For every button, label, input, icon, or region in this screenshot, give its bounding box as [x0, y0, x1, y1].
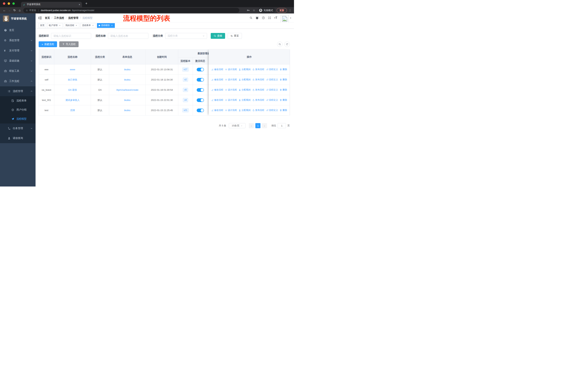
github-icon[interactable]: [254, 16, 260, 20]
form-info-link[interactable]: biubiu: [124, 68, 130, 71]
prev-page-button[interactable]: ‹: [249, 123, 254, 128]
process-name-link[interactable]: 自己审批: [68, 78, 77, 81]
home-button[interactable]: ⌂: [17, 9, 22, 12]
sidebar-collapse-icon[interactable]: [38, 16, 42, 20]
action-definition-link-link[interactable]: 流程定义: [266, 78, 278, 81]
sidebar-item[interactable]: 流程表单: [0, 96, 36, 105]
breadcrumb-item[interactable]: 流程模型: [82, 16, 93, 19]
tag-close-icon[interactable]: ×: [111, 24, 113, 27]
font-size-icon[interactable]: TT: [273, 16, 279, 20]
action-assign-user-link[interactable]: 分配规则: [239, 99, 251, 102]
reload-button[interactable]: ↻: [12, 9, 17, 12]
view-tag[interactable]: 租户管理×: [47, 23, 63, 28]
browser-tab[interactable]: 芋道管理系统 ×: [21, 2, 82, 7]
action-assign-user-link[interactable]: 分配规则: [239, 68, 251, 71]
sidebar-item[interactable]: 请假查询: [0, 133, 36, 143]
tag-close-icon[interactable]: ×: [75, 24, 78, 27]
update-button[interactable]: 更新: [277, 8, 287, 13]
action-definition-link-link[interactable]: 流程定义: [266, 68, 278, 71]
action-edit-pen-link[interactable]: 修改流程: [211, 68, 223, 71]
action-publish-hand-link[interactable]: 发布流程: [252, 88, 264, 91]
action-design-gear-link[interactable]: 设计流程: [225, 78, 237, 81]
sidebar-item[interactable]: 流程管理: [0, 86, 36, 96]
active-status-toggle[interactable]: [197, 68, 204, 71]
breadcrumb-item[interactable]: 首页: [45, 16, 50, 19]
action-assign-user-link[interactable]: 分配规则: [239, 88, 251, 91]
avatar-dropdown-icon[interactable]: ▾: [290, 17, 291, 19]
action-design-gear-link[interactable]: 设计流程: [225, 99, 237, 102]
fullscreen-icon[interactable]: [266, 16, 273, 19]
reset-button[interactable]: ↻ 重置: [228, 33, 242, 39]
sidebar-item[interactable]: 用户分组: [0, 105, 36, 114]
tab-close-icon[interactable]: ×: [79, 3, 80, 6]
process-name-input[interactable]: [108, 33, 148, 39]
new-tab-button[interactable]: +: [85, 1, 87, 6]
action-delete-trash-link[interactable]: 删除: [280, 88, 287, 91]
active-status-toggle[interactable]: [197, 109, 204, 112]
sidebar-item[interactable]: 工作流程: [0, 76, 36, 86]
create-process-button[interactable]: + 新建流程: [39, 41, 57, 47]
page-size-select[interactable]: 10条/页: [229, 123, 245, 128]
close-window-button[interactable]: [3, 2, 5, 5]
form-info-link[interactable]: biubiu: [124, 99, 130, 101]
sidebar-item[interactable]: ⚙系统管理: [0, 35, 36, 46]
bookmark-star-icon[interactable]: ☆: [253, 9, 255, 12]
zoom-window-button[interactable]: [12, 2, 15, 5]
action-definition-link-link[interactable]: 流程定义: [266, 99, 278, 102]
back-button[interactable]: ←: [2, 9, 7, 12]
view-tag[interactable]: 首页: [38, 23, 46, 28]
process-name-link[interactable]: eeee: [70, 68, 75, 71]
view-tag[interactable]: 我的流程×: [64, 23, 79, 28]
active-status-toggle[interactable]: [197, 88, 204, 92]
user-avatar[interactable]: [281, 15, 289, 23]
active-status-toggle[interactable]: [197, 78, 204, 81]
minimize-window-button[interactable]: [8, 2, 10, 5]
form-info-link[interactable]: biubiu: [124, 109, 130, 112]
goto-page-input[interactable]: [278, 123, 286, 128]
action-delete-trash-link[interactable]: 删除: [280, 99, 287, 102]
action-delete-trash-link[interactable]: 删除: [280, 68, 287, 71]
action-delete-trash-link[interactable]: 删除: [280, 78, 287, 81]
action-publish-hand-link[interactable]: 发布流程: [252, 109, 264, 112]
help-icon[interactable]: ?: [260, 16, 266, 19]
import-process-button[interactable]: 导入流程: [59, 41, 79, 47]
action-design-gear-link[interactable]: 设计流程: [225, 68, 237, 71]
action-edit-pen-link[interactable]: 修改流程: [211, 109, 223, 112]
hide-search-button[interactable]: [277, 41, 283, 47]
action-edit-pen-link[interactable]: 修改流程: [211, 99, 223, 102]
action-edit-pen-link[interactable]: 修改流程: [211, 88, 223, 91]
tag-close-icon[interactable]: ×: [59, 24, 61, 27]
action-publish-hand-link[interactable]: 发布流程: [252, 78, 264, 81]
form-info-link[interactable]: /bpm/oa/leave/create: [116, 89, 138, 91]
process-name-link[interactable]: 滔博: [70, 109, 75, 112]
action-publish-hand-link[interactable]: 发布流程: [252, 99, 264, 102]
sidebar-item[interactable]: 首页: [0, 25, 36, 35]
action-delete-trash-link[interactable]: 删除: [280, 109, 287, 112]
action-edit-pen-link[interactable]: 修改流程: [211, 78, 223, 81]
process-key-input[interactable]: [51, 33, 91, 39]
refresh-table-button[interactable]: [284, 41, 290, 47]
search-button[interactable]: 搜索: [211, 33, 225, 39]
breadcrumb-item[interactable]: 流程管理: [68, 16, 78, 19]
sidebar-item[interactable]: ¥支付管理: [0, 46, 36, 56]
action-design-gear-link[interactable]: 设计流程: [225, 109, 237, 112]
tag-close-icon[interactable]: ×: [92, 24, 94, 27]
action-assign-user-link[interactable]: 分配规则: [239, 78, 251, 81]
breadcrumb-item[interactable]: 工作流程: [54, 16, 64, 19]
page-button-1[interactable]: 1: [255, 123, 261, 128]
address-bar[interactable]: ⚠ 不安全 dashboard.yudao.iocoder.cn/bpm/man…: [23, 8, 239, 13]
active-status-toggle[interactable]: [197, 98, 204, 102]
process-category-select[interactable]: 流程分类: [165, 33, 207, 39]
header-search-icon[interactable]: [248, 16, 254, 19]
form-info-link[interactable]: biubiu: [124, 78, 130, 81]
sidebar-item[interactable]: 流程模型: [0, 114, 36, 123]
sidebar-item[interactable]: 研发工具: [0, 66, 36, 76]
key-icon[interactable]: [247, 9, 250, 12]
action-design-gear-link[interactable]: 设计流程: [225, 88, 237, 91]
action-definition-link-link[interactable]: 流程定义: [266, 88, 278, 91]
action-definition-link-link[interactable]: 流程定义: [266, 109, 278, 112]
sidebar-item[interactable]: 基础设施: [0, 56, 36, 66]
view-tag[interactable]: 流程表单×: [80, 23, 96, 28]
view-tag[interactable]: 流程模型×: [97, 23, 115, 28]
sidebar-item[interactable]: 任务管理: [0, 123, 36, 133]
